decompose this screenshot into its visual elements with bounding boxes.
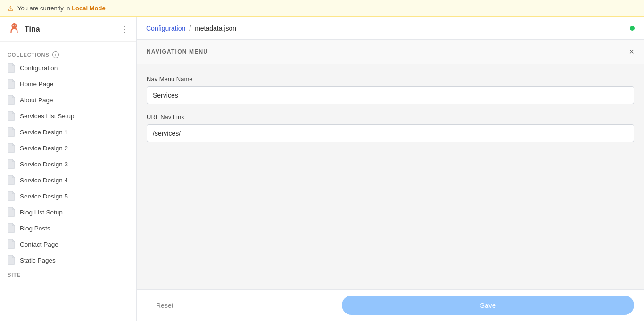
doc-icon: [8, 63, 15, 73]
sidebar-item-blog-posts[interactable]: Blog Posts: [0, 220, 136, 236]
sidebar-item-label: Service Design 1: [20, 129, 68, 136]
collections-info-icon[interactable]: i: [52, 51, 59, 58]
doc-icon: [8, 143, 15, 153]
doc-icon: [8, 111, 15, 121]
breadcrumb-link[interactable]: Configuration: [146, 25, 185, 32]
site-section-label: SITE: [0, 268, 136, 280]
sidebar-item-about-page[interactable]: About Page: [0, 92, 136, 108]
modal-body: Nav Menu Name URL Nav Link: [137, 64, 644, 289]
reset-button[interactable]: Reset: [147, 297, 183, 314]
breadcrumb-bar: Configuration / metadata.json: [137, 17, 644, 40]
sidebar-scroll: COLLECTIONS i Configuration Home Page: [0, 42, 136, 321]
sidebar-menu-icon[interactable]: ⋮: [120, 24, 129, 34]
sidebar-item-label: Home Page: [20, 81, 53, 88]
warning-icon: ⚠: [8, 5, 14, 12]
sidebar-item-service-design-3[interactable]: Service Design 3: [0, 156, 136, 172]
sidebar-item-label: About Page: [20, 97, 53, 104]
app-layout: Tina ⋮ COLLECTIONS i Configuration: [0, 17, 644, 321]
sidebar-item-label: Static Pages: [20, 257, 56, 264]
sidebar-item-label: Service Design 5: [20, 193, 68, 200]
nav-menu-name-group: Nav Menu Name: [147, 75, 634, 104]
url-nav-link-input[interactable]: [147, 124, 634, 142]
nav-menu-name-input[interactable]: [147, 86, 634, 104]
modal-title: NAVIGATION MENU: [147, 49, 208, 55]
sidebar-item-contact-page[interactable]: Contact Page: [0, 236, 136, 252]
panel-area: NAVIGATION MENU × Nav Menu Name URL Nav …: [137, 40, 644, 321]
doc-icon: [8, 191, 15, 201]
modal-footer: Reset Save: [137, 289, 644, 321]
warning-bar: ⚠ You are currently in Local Mode: [0, 0, 644, 17]
svg-point-3: [15, 25, 16, 26]
sidebar-item-service-design-4[interactable]: Service Design 4: [0, 172, 136, 188]
sidebar-item-label: Contact Page: [20, 241, 58, 248]
svg-point-2: [13, 25, 13, 26]
sidebar-item-blog-list-setup[interactable]: Blog List Setup: [0, 204, 136, 220]
url-nav-link-label: URL Nav Link: [147, 114, 634, 121]
sidebar-item-label: Service Design 2: [20, 145, 68, 152]
sidebar-item-home-page[interactable]: Home Page: [0, 76, 136, 92]
doc-icon: [8, 95, 15, 105]
doc-icon: [8, 159, 15, 169]
doc-icon: [8, 239, 15, 249]
local-mode-badge: Local Mode: [72, 5, 106, 12]
sidebar: Tina ⋮ COLLECTIONS i Configuration: [0, 17, 137, 321]
close-button[interactable]: ×: [629, 48, 634, 56]
sidebar-item-label: Services List Setup: [20, 113, 74, 120]
sidebar-item-label: Blog Posts: [20, 225, 50, 232]
doc-icon: [8, 207, 15, 217]
nav-menu-name-label: Nav Menu Name: [147, 75, 634, 82]
breadcrumb-separator: /: [189, 25, 191, 32]
sidebar-item-service-design-1[interactable]: Service Design 1: [0, 124, 136, 140]
sidebar-brand-name: Tina: [25, 25, 40, 33]
doc-icon: [8, 79, 15, 89]
sidebar-brand: Tina: [8, 23, 40, 36]
save-button[interactable]: Save: [342, 296, 634, 315]
tina-logo-icon: [8, 23, 21, 36]
doc-icon: [8, 175, 15, 185]
modal-header: NAVIGATION MENU ×: [137, 40, 644, 64]
sidebar-item-configuration[interactable]: Configuration: [0, 60, 136, 76]
modal-container: NAVIGATION MENU × Nav Menu Name URL Nav …: [137, 40, 644, 321]
breadcrumb-current: metadata.json: [195, 25, 236, 32]
sidebar-item-service-design-5[interactable]: Service Design 5: [0, 188, 136, 204]
sidebar-item-label: Service Design 3: [20, 161, 68, 168]
breadcrumb: Configuration / metadata.json: [146, 25, 236, 32]
collections-section-label: COLLECTIONS i: [0, 48, 136, 60]
sidebar-item-services-list-setup[interactable]: Services List Setup: [0, 108, 136, 124]
sidebar-item-service-design-2[interactable]: Service Design 2: [0, 140, 136, 156]
doc-icon: [8, 223, 15, 233]
doc-icon: [8, 127, 15, 137]
url-nav-link-group: URL Nav Link: [147, 114, 634, 142]
sidebar-item-static-pages[interactable]: Static Pages: [0, 252, 136, 268]
sidebar-item-label: Blog List Setup: [20, 209, 63, 216]
warning-text: You are currently in Local Mode: [17, 5, 106, 12]
status-dot: [630, 26, 635, 31]
doc-icon: [8, 255, 15, 265]
main-content: Configuration / metadata.json NAVIGATION…: [137, 17, 644, 321]
sidebar-header: Tina ⋮: [0, 17, 136, 42]
sidebar-item-label: Service Design 4: [20, 177, 68, 184]
sidebar-item-label: Configuration: [20, 65, 58, 72]
